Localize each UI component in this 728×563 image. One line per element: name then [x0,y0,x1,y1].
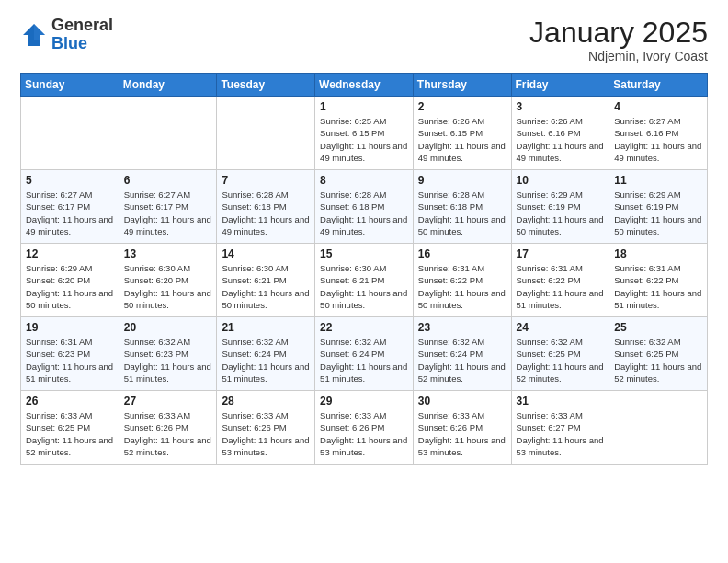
day-number: 31 [517,395,605,408]
table-row [21,97,119,170]
day-info: Sunrise: 6:26 AM Sunset: 6:15 PM Dayligh… [418,115,506,164]
table-row: 2Sunrise: 6:26 AM Sunset: 6:15 PM Daylig… [413,97,511,170]
logo-general-text: General [51,17,113,35]
table-row: 30Sunrise: 6:33 AM Sunset: 6:26 PM Dayli… [413,391,511,465]
day-number: 29 [320,395,408,408]
table-row: 26Sunrise: 6:33 AM Sunset: 6:25 PM Dayli… [21,391,119,465]
logo: General Blue [20,17,113,53]
day-number: 21 [222,321,310,334]
day-info: Sunrise: 6:33 AM Sunset: 6:26 PM Dayligh… [222,409,310,458]
day-info: Sunrise: 6:30 AM Sunset: 6:21 PM Dayligh… [320,262,408,311]
day-info: Sunrise: 6:25 AM Sunset: 6:15 PM Dayligh… [320,115,408,164]
calendar-header-row: Sunday Monday Tuesday Wednesday Thursday… [21,74,708,97]
day-info: Sunrise: 6:29 AM Sunset: 6:19 PM Dayligh… [614,189,702,237]
table-row: 29Sunrise: 6:33 AM Sunset: 6:26 PM Dayli… [315,391,414,465]
day-info: Sunrise: 6:32 AM Sunset: 6:24 PM Dayligh… [222,336,310,385]
day-info: Sunrise: 6:30 AM Sunset: 6:21 PM Dayligh… [222,262,310,311]
table-row: 22Sunrise: 6:32 AM Sunset: 6:24 PM Dayli… [315,317,414,391]
col-saturday: Saturday [609,74,708,97]
day-info: Sunrise: 6:33 AM Sunset: 6:26 PM Dayligh… [320,409,408,458]
table-row: 8Sunrise: 6:28 AM Sunset: 6:18 PM Daylig… [315,170,414,244]
table-row: 16Sunrise: 6:31 AM Sunset: 6:22 PM Dayli… [413,244,511,317]
table-row: 13Sunrise: 6:30 AM Sunset: 6:20 PM Dayli… [119,244,217,317]
day-info: Sunrise: 6:33 AM Sunset: 6:26 PM Dayligh… [124,409,212,458]
col-thursday: Thursday [413,74,511,97]
day-number: 13 [124,247,212,260]
day-number: 17 [517,247,605,260]
col-tuesday: Tuesday [217,74,315,97]
day-info: Sunrise: 6:26 AM Sunset: 6:16 PM Dayligh… [517,115,605,164]
day-info: Sunrise: 6:32 AM Sunset: 6:23 PM Dayligh… [124,336,212,385]
day-number: 10 [517,174,605,187]
logo-text: General Blue [51,17,113,53]
table-row: 12Sunrise: 6:29 AM Sunset: 6:20 PM Dayli… [21,244,119,317]
table-row: 6Sunrise: 6:27 AM Sunset: 6:17 PM Daylig… [119,170,217,244]
logo-icon [20,21,48,49]
calendar-week-3: 12Sunrise: 6:29 AM Sunset: 6:20 PM Dayli… [21,244,708,317]
day-info: Sunrise: 6:31 AM Sunset: 6:23 PM Dayligh… [26,336,114,385]
col-wednesday: Wednesday [315,74,414,97]
day-info: Sunrise: 6:27 AM Sunset: 6:16 PM Dayligh… [614,115,702,164]
table-row: 25Sunrise: 6:32 AM Sunset: 6:25 PM Dayli… [609,317,708,391]
table-row: 21Sunrise: 6:32 AM Sunset: 6:24 PM Dayli… [217,317,315,391]
day-info: Sunrise: 6:31 AM Sunset: 6:22 PM Dayligh… [418,262,506,311]
calendar-week-2: 5Sunrise: 6:27 AM Sunset: 6:17 PM Daylig… [21,170,708,244]
day-number: 2 [418,100,506,113]
day-info: Sunrise: 6:33 AM Sunset: 6:25 PM Dayligh… [26,409,114,458]
day-info: Sunrise: 6:32 AM Sunset: 6:25 PM Dayligh… [517,336,605,385]
day-number: 19 [26,321,114,334]
day-number: 7 [222,174,310,187]
day-info: Sunrise: 6:31 AM Sunset: 6:22 PM Dayligh… [614,262,702,311]
day-info: Sunrise: 6:27 AM Sunset: 6:17 PM Dayligh… [124,189,212,237]
table-row [217,97,315,170]
table-row: 7Sunrise: 6:28 AM Sunset: 6:18 PM Daylig… [217,170,315,244]
col-friday: Friday [511,74,609,97]
table-row: 11Sunrise: 6:29 AM Sunset: 6:19 PM Dayli… [609,170,708,244]
day-info: Sunrise: 6:28 AM Sunset: 6:18 PM Dayligh… [222,189,310,237]
day-info: Sunrise: 6:30 AM Sunset: 6:20 PM Dayligh… [124,262,212,311]
day-number: 5 [26,174,114,187]
svg-marker-1 [34,24,45,40]
table-row: 27Sunrise: 6:33 AM Sunset: 6:26 PM Dayli… [119,391,217,465]
calendar-week-5: 26Sunrise: 6:33 AM Sunset: 6:25 PM Dayli… [21,391,708,465]
table-row: 28Sunrise: 6:33 AM Sunset: 6:26 PM Dayli… [217,391,315,465]
table-row: 23Sunrise: 6:32 AM Sunset: 6:24 PM Dayli… [413,317,511,391]
header: General Blue January 2025 Ndjemin, Ivory… [20,17,708,63]
col-sunday: Sunday [21,74,119,97]
location-subtitle: Ndjemin, Ivory Coast [529,49,708,63]
table-row: 3Sunrise: 6:26 AM Sunset: 6:16 PM Daylig… [511,97,609,170]
title-area: January 2025 Ndjemin, Ivory Coast [529,17,708,63]
day-number: 30 [418,395,506,408]
calendar-week-4: 19Sunrise: 6:31 AM Sunset: 6:23 PM Dayli… [21,317,708,391]
page: General Blue January 2025 Ndjemin, Ivory… [0,0,728,563]
table-row: 19Sunrise: 6:31 AM Sunset: 6:23 PM Dayli… [21,317,119,391]
day-info: Sunrise: 6:33 AM Sunset: 6:27 PM Dayligh… [517,409,605,458]
day-number: 9 [418,174,506,187]
table-row: 9Sunrise: 6:28 AM Sunset: 6:18 PM Daylig… [413,170,511,244]
table-row: 4Sunrise: 6:27 AM Sunset: 6:16 PM Daylig… [609,97,708,170]
day-number: 23 [418,321,506,334]
day-number: 14 [222,247,310,260]
day-number: 6 [124,174,212,187]
day-number: 20 [124,321,212,334]
col-monday: Monday [119,74,217,97]
calendar-week-1: 1Sunrise: 6:25 AM Sunset: 6:15 PM Daylig… [21,97,708,170]
day-info: Sunrise: 6:33 AM Sunset: 6:26 PM Dayligh… [418,409,506,458]
day-number: 27 [124,395,212,408]
table-row: 18Sunrise: 6:31 AM Sunset: 6:22 PM Dayli… [609,244,708,317]
day-info: Sunrise: 6:28 AM Sunset: 6:18 PM Dayligh… [418,189,506,237]
logo-blue-text: Blue [51,35,113,53]
day-number: 24 [517,321,605,334]
day-number: 8 [320,174,408,187]
day-number: 1 [320,100,408,113]
table-row: 15Sunrise: 6:30 AM Sunset: 6:21 PM Dayli… [315,244,414,317]
table-row [119,97,217,170]
table-row: 24Sunrise: 6:32 AM Sunset: 6:25 PM Dayli… [511,317,609,391]
month-title: January 2025 [529,17,708,49]
day-info: Sunrise: 6:28 AM Sunset: 6:18 PM Dayligh… [320,189,408,237]
day-number: 26 [26,395,114,408]
day-number: 3 [517,100,605,113]
day-number: 15 [320,247,408,260]
day-number: 12 [26,247,114,260]
day-number: 25 [614,321,702,334]
